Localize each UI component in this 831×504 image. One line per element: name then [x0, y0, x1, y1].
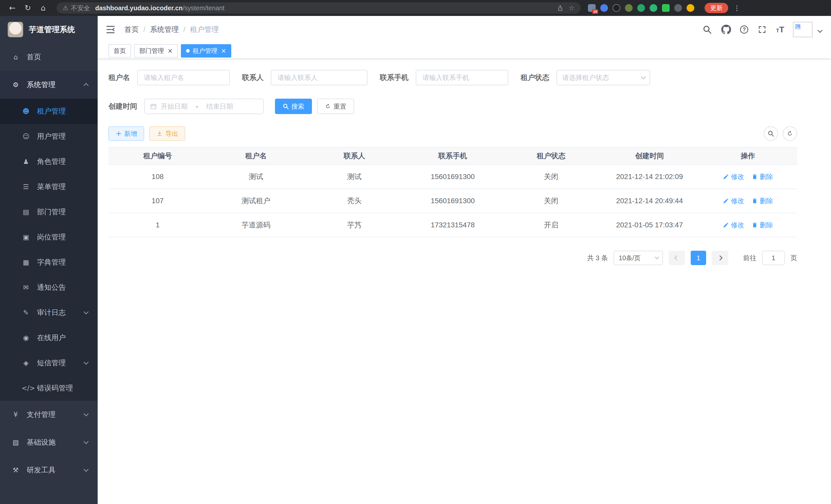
browser-update-button[interactable]: 更新	[705, 3, 728, 13]
breadcrumb-system[interactable]: 系统管理	[150, 25, 179, 34]
sidebar-item[interactable]: ▤ 部门管理	[0, 199, 98, 225]
sidebar-item-label: 部门管理	[37, 207, 66, 217]
extension-icon[interactable]	[637, 4, 645, 12]
sidebar-item-label: 通知公告	[37, 283, 66, 292]
sidebar-item[interactable]: ▦ 字典管理	[0, 250, 98, 275]
tab-close-icon[interactable]: ×	[168, 48, 173, 54]
bookmark-star-icon[interactable]: ☆	[569, 4, 575, 12]
header-search-icon[interactable]	[702, 24, 712, 35]
profile-avatar-icon[interactable]	[687, 4, 694, 12]
cell-status: 开启	[502, 220, 600, 230]
edit-button[interactable]: 修改	[723, 197, 744, 206]
page-size-select[interactable]: 10条/页	[613, 251, 663, 265]
refresh-icon[interactable]: ↻	[22, 2, 34, 14]
extension-icon[interactable]	[662, 4, 670, 12]
sidebar-item[interactable]: ▧ 基础设施	[0, 428, 98, 456]
refresh-table-button[interactable]	[783, 126, 797, 141]
tab-close-icon[interactable]: ×	[221, 48, 226, 54]
phone-input[interactable]	[416, 70, 508, 85]
extension-icon[interactable]	[612, 4, 620, 12]
home-icon[interactable]: ⌂	[37, 2, 49, 14]
chevron-up-icon	[84, 83, 89, 88]
sidebar-item[interactable]: ☺ 用户管理	[0, 124, 98, 149]
prev-page-button[interactable]	[668, 251, 685, 265]
breadcrumb-separator: /	[143, 25, 145, 34]
toggle-search-button[interactable]	[764, 126, 778, 141]
browser-menu-icon[interactable]: ⋮	[733, 4, 741, 12]
date-range-picker[interactable]: 开始日期 - 结束日期	[144, 99, 264, 114]
contact-input[interactable]	[271, 70, 368, 85]
edit-icon	[723, 222, 729, 228]
sidebar-item-label: 审计日志	[37, 308, 66, 318]
goto-page-input[interactable]	[762, 251, 785, 265]
sidebar-item-icon: ☰	[22, 183, 30, 190]
tenant-name-label: 租户名	[109, 73, 130, 83]
sidebar-item[interactable]: ✉ 通知公告	[0, 275, 98, 300]
sidebar-item[interactable]: ⚙ 系统管理	[0, 71, 98, 99]
export-button[interactable]: 导出	[149, 126, 185, 141]
user-avatar[interactable]	[793, 22, 812, 37]
font-size-icon[interactable]: TT	[776, 25, 784, 34]
extension-icon[interactable]	[625, 4, 633, 12]
tenant-name-input[interactable]	[137, 70, 230, 85]
reset-button[interactable]: 重置	[317, 99, 354, 114]
puzzle-extension-icon[interactable]	[674, 4, 682, 12]
fullscreen-icon[interactable]	[757, 24, 767, 35]
sidebar-item[interactable]: ✎ 审计日志	[0, 300, 98, 325]
extension-icon[interactable]: 10	[588, 4, 596, 12]
breadcrumb-current: 租户管理	[190, 25, 219, 34]
delete-button[interactable]: 删除	[752, 197, 773, 206]
page-number-button[interactable]: 1	[691, 251, 706, 265]
search-icon	[283, 103, 289, 110]
delete-button[interactable]: 删除	[752, 221, 773, 230]
sidebar-item[interactable]: </> 错误码管理	[0, 376, 98, 401]
avatar-caret-icon[interactable]	[818, 28, 823, 33]
table-row: 107 测试租户 秃头 15601691300 关闭 2021-12-14 20…	[109, 189, 797, 213]
extension-icon[interactable]	[650, 4, 657, 12]
sidebar-collapse-icon[interactable]	[105, 24, 116, 35]
sidebar-item-label: 系统管理	[27, 80, 56, 90]
sidebar-item[interactable]: ◉ 在线用户	[0, 325, 98, 350]
sidebar-logo[interactable]: 芋道管理系统	[0, 16, 98, 43]
cell-contact: 芋艿	[305, 220, 404, 230]
security-label: 不安全	[71, 4, 90, 12]
back-icon[interactable]: ←	[6, 2, 19, 14]
pagination-total: 共 3 条	[587, 254, 608, 263]
next-page-button[interactable]	[712, 251, 728, 265]
sidebar-item[interactable]: ♟ 角色管理	[0, 149, 98, 174]
cell-tenant-id: 108	[109, 173, 207, 181]
sidebar-item[interactable]: ⚒ 研发工具	[0, 456, 98, 484]
view-tab[interactable]: 首页	[109, 44, 131, 58]
sidebar-item-icon: ◈	[22, 359, 30, 367]
extension-badge: 10	[592, 9, 598, 14]
sidebar-item[interactable]: ◈ 短信管理	[0, 350, 98, 376]
breadcrumb-home[interactable]: 首页	[124, 25, 139, 34]
cell-phone: 15601691300	[404, 197, 502, 205]
help-icon[interactable]: ?	[740, 25, 748, 34]
share-icon[interactable]	[557, 5, 564, 11]
extension-icon[interactable]	[600, 4, 608, 12]
sidebar-item[interactable]: ☰ 菜单管理	[0, 174, 98, 199]
address-bar[interactable]: ⚠ 不安全 dashboard.yudao.iocoder.cn /system…	[57, 2, 581, 13]
edit-button[interactable]: 修改	[723, 221, 744, 230]
search-button[interactable]: 搜索	[275, 99, 312, 114]
cell-tenant-name: 芋道源码	[207, 220, 305, 230]
sidebar-item[interactable]: ⌂ 首页	[0, 43, 98, 71]
filter-row-1: 租户名 联系人 联系手机 租户状态 请选择租户状态	[109, 70, 797, 85]
sidebar-item[interactable]: ▣ 岗位管理	[0, 225, 98, 250]
sidebar-item-icon: ⌂	[11, 53, 20, 61]
view-tab[interactable]: 部门管理 ×	[134, 44, 178, 58]
logo-image	[8, 22, 23, 37]
sidebar-item-icon: ¥	[11, 411, 20, 418]
view-tab[interactable]: 租户管理 ×	[181, 44, 231, 58]
page-size-value: 10条/页	[619, 254, 640, 262]
sidebar-item-icon: ▣	[22, 233, 30, 241]
delete-button[interactable]: 删除	[752, 172, 773, 181]
status-select[interactable]: 请选择租户状态	[556, 70, 650, 85]
edit-button[interactable]: 修改	[723, 172, 744, 181]
github-icon[interactable]	[721, 24, 731, 35]
sidebar-item[interactable]: ☻ 租户管理	[0, 99, 98, 124]
add-button[interactable]: + 新增	[109, 126, 144, 141]
cell-contact: 秃头	[305, 196, 404, 206]
sidebar-item[interactable]: ¥ 支付管理	[0, 401, 98, 428]
